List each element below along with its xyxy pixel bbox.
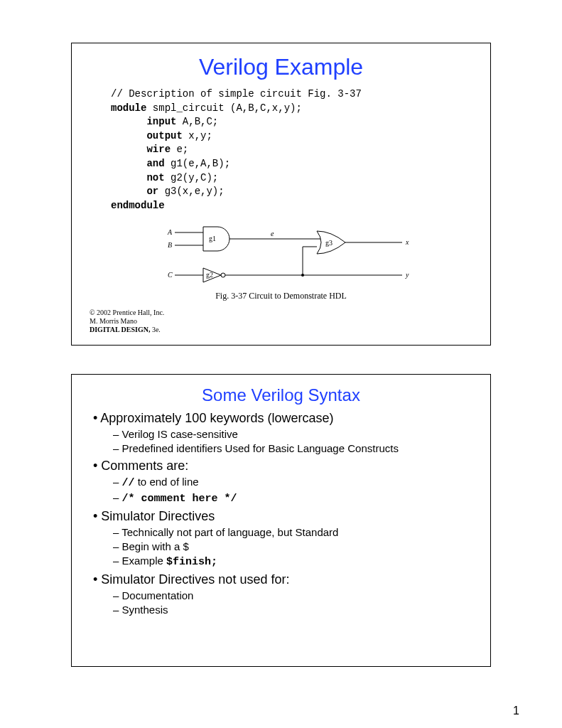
pin-x: x xyxy=(405,238,409,246)
sub-block-comment: /* comment here */ xyxy=(113,491,472,505)
citation-line: DIGITAL DESIGN, 3e. xyxy=(90,326,472,334)
code-line: or g3(x,e,y); xyxy=(111,185,472,199)
code-text: x,y; xyxy=(183,130,212,141)
slide-title: Verilog Example xyxy=(90,54,472,80)
bullet-list: Approximately 100 keywords (lowercase) V… xyxy=(90,411,472,616)
page-number: 1 xyxy=(513,705,519,717)
kw-or: or xyxy=(146,186,158,197)
bullet-not-used: Simulator Directives not used for: Docum… xyxy=(93,572,472,616)
sub-case-sensitive: Verilog IS case-sensitive xyxy=(113,428,472,440)
bullet-text: Simulator Directives xyxy=(101,509,215,523)
gate-g1: g1 xyxy=(209,235,216,242)
bullet-text: Comments are: xyxy=(101,459,188,473)
kw-input: input xyxy=(146,116,176,127)
code-line: module smpl_circuit (A,B,C,x,y); xyxy=(111,102,472,116)
code-text: A,B,C; xyxy=(176,116,218,127)
bullet-comments: Comments are: // to end of line /* comme… xyxy=(93,459,472,505)
code-text: g2(y,C); xyxy=(165,172,219,183)
sub-list: // to end of line /* comment here */ xyxy=(93,476,472,505)
sub-list: Documentation Synthesis xyxy=(93,589,472,616)
code-line: and g1(e,A,B); xyxy=(111,157,472,171)
pin-a: A xyxy=(167,228,173,236)
document-page: Verilog Example // Description of simple… xyxy=(0,0,562,681)
kw-and: and xyxy=(146,158,164,169)
sub-dollar: Begin with a $ xyxy=(113,540,472,552)
text: Example xyxy=(122,555,167,567)
kw-not: not xyxy=(146,172,164,183)
citation-line: M. Morris Mano xyxy=(90,317,472,326)
bullet-keywords: Approximately 100 keywords (lowercase) V… xyxy=(93,411,472,454)
sub-standard: Technically not part of language, but St… xyxy=(113,526,472,538)
citation: © 2002 Prentice Hall, Inc. M. Morris Man… xyxy=(90,309,472,334)
code-text: g1(e,A,B); xyxy=(165,158,230,169)
code-line: wire e; xyxy=(111,143,472,157)
kw-wire: wire xyxy=(146,144,171,155)
sub-line-comment: // to end of line xyxy=(113,476,472,489)
code-text: smpl_circuit (A,B,C,x,y); xyxy=(146,102,301,114)
gate-g3: g3 xyxy=(325,239,333,247)
mono-text: // xyxy=(122,477,135,489)
sub-example-finish: Example $finish; xyxy=(113,555,472,568)
svg-point-4 xyxy=(221,273,225,277)
sub-predefined: Predefined identifiers Used for Basic La… xyxy=(113,442,472,454)
kw-output: output xyxy=(146,130,182,141)
slide-title: Some Verilog Syntax xyxy=(90,385,472,405)
figure-caption: Fig. 3-37 Circuit to Demonstrate HDL xyxy=(90,291,472,301)
bullet-directives: Simulator Directives Technically not par… xyxy=(93,509,472,568)
sub-synthesis: Synthesis xyxy=(113,604,472,616)
code-line: input A,B,C; xyxy=(111,115,472,129)
code-comment: // Description of simple circuit Fig. 3-… xyxy=(111,87,472,102)
code-text: e; xyxy=(171,144,188,155)
mono-text: $finish; xyxy=(166,556,217,568)
gate-g2: g2 xyxy=(206,271,213,279)
bullet-text: Approximately 100 keywords (lowercase) xyxy=(100,411,333,425)
slide-verilog-syntax: Some Verilog Syntax Approximately 100 ke… xyxy=(71,374,491,667)
code-text: g3(x,e,y); xyxy=(158,186,224,197)
sub-list: Technically not part of language, but St… xyxy=(93,526,472,568)
kw-endmodule: endmodule xyxy=(111,199,472,213)
pin-c: C xyxy=(168,271,173,279)
citation-suffix: 3e. xyxy=(150,326,160,333)
sub-documentation: Documentation xyxy=(113,589,472,601)
kw-module: module xyxy=(111,102,146,114)
circuit-diagram: A B g1 e C g2 y xyxy=(132,218,431,289)
code-block: // Description of simple circuit Fig. 3-… xyxy=(111,87,472,213)
text: to end of line xyxy=(135,476,199,488)
wire-e: e xyxy=(271,230,274,237)
bullet-text: Simulator Directives not used for: xyxy=(101,572,289,587)
code-line: not g2(y,C); xyxy=(111,171,472,186)
code-line: output x,y; xyxy=(111,129,472,144)
sub-list: Verilog IS case-sensitive Predefined ide… xyxy=(93,428,472,454)
citation-line: © 2002 Prentice Hall, Inc. xyxy=(90,309,472,317)
citation-bold: DIGITAL DESIGN, xyxy=(90,326,150,333)
mono-text: /* comment here */ xyxy=(122,493,237,505)
pin-b: B xyxy=(168,241,172,249)
pin-y: y xyxy=(405,271,409,279)
slide-verilog-example: Verilog Example // Description of simple… xyxy=(71,43,491,346)
